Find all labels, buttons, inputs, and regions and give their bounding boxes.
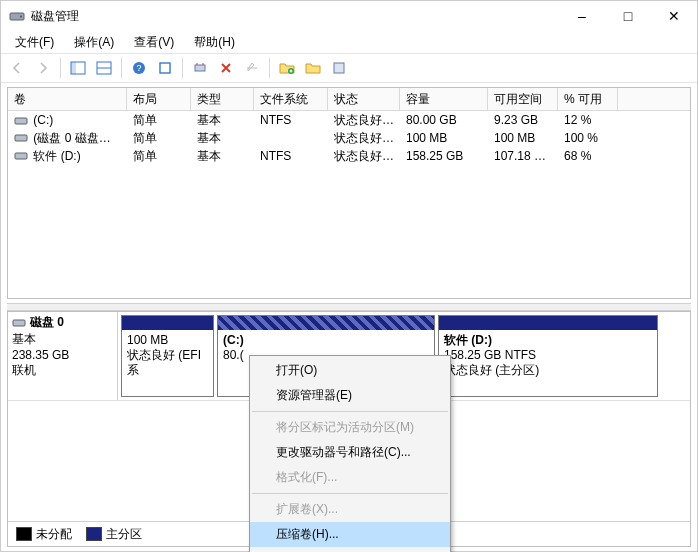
cell: 基本 <box>191 147 254 166</box>
context-menu-item: 添加镜像(A)... <box>250 547 450 552</box>
maximize-button[interactable]: □ <box>605 1 651 31</box>
menu-view[interactable]: 查看(V) <box>126 32 182 53</box>
disk-type: 基本 <box>12 331 113 348</box>
disk-size: 238.35 GB <box>12 348 113 362</box>
minimize-button[interactable]: – <box>559 1 605 31</box>
partition-header-bar <box>122 316 213 330</box>
layout-detail-button[interactable] <box>92 56 116 80</box>
context-menu-item: 扩展卷(X)... <box>250 497 450 522</box>
cell: 100 MB <box>488 130 558 146</box>
col-volume[interactable]: 卷 <box>8 88 127 110</box>
cell: 68 % <box>558 148 618 164</box>
disk-management-window: 磁盘管理 – □ ✕ 文件(F) 操作(A) 查看(V) 帮助(H) ? <box>0 0 698 552</box>
cell: 107.18 … <box>488 148 558 164</box>
settings-button[interactable] <box>327 56 351 80</box>
col-pctfree[interactable]: % 可用 <box>558 88 618 110</box>
disk-name: 磁盘 0 <box>30 314 64 331</box>
svg-text:?: ? <box>136 63 141 73</box>
cell: 简单 <box>127 129 191 148</box>
cell: 状态良好 (… <box>328 111 400 130</box>
context-menu-item: 格式化(F)... <box>250 465 450 490</box>
partition[interactable]: 软件 (D:)158.25 GB NTFS状态良好 (主分区) <box>438 315 658 397</box>
partition-header-bar <box>218 316 434 330</box>
titlebar[interactable]: 磁盘管理 – □ ✕ <box>1 1 697 31</box>
col-type[interactable]: 类型 <box>191 88 254 110</box>
volume-icon <box>14 150 28 162</box>
menu-help[interactable]: 帮助(H) <box>186 32 243 53</box>
cell: 9.23 GB <box>488 112 558 128</box>
cell: 158.25 GB <box>400 148 488 164</box>
menu-separator <box>252 411 448 412</box>
refresh-button[interactable] <box>153 56 177 80</box>
help-button[interactable]: ? <box>127 56 151 80</box>
partition-body: 软件 (D:)158.25 GB NTFS状态良好 (主分区) <box>439 330 657 396</box>
partition-header-bar <box>439 316 657 330</box>
cell: 简单 <box>127 111 191 130</box>
app-icon <box>9 8 25 24</box>
cell: (C:) <box>8 112 127 128</box>
svg-rect-3 <box>71 62 76 74</box>
col-status[interactable]: 状态 <box>328 88 400 110</box>
delete-button[interactable] <box>214 56 238 80</box>
cell <box>254 137 328 139</box>
nav-back-button[interactable] <box>5 56 29 80</box>
nav-forward-button[interactable] <box>31 56 55 80</box>
table-row[interactable]: (磁盘 0 磁盘分区 1)简单基本状态良好 (…100 MB100 MB100 … <box>8 129 690 147</box>
partition-body: 100 MB状态良好 (EFI 系 <box>122 330 213 396</box>
svg-rect-8 <box>160 63 170 73</box>
volume-icon <box>14 115 28 127</box>
legend-unallocated: 未分配 <box>36 526 72 543</box>
legend-swatch-unallocated <box>16 527 32 541</box>
legend-swatch-primary <box>86 527 102 541</box>
context-menu-item[interactable]: 打开(O) <box>250 358 450 383</box>
svg-rect-13 <box>15 135 27 141</box>
toolbar: ? <box>1 53 697 83</box>
cell: 100 % <box>558 130 618 146</box>
col-free[interactable]: 可用空间 <box>488 88 558 110</box>
menu-separator <box>252 493 448 494</box>
cell: 状态良好 (… <box>328 129 400 148</box>
col-capacity[interactable]: 容量 <box>400 88 488 110</box>
close-button[interactable]: ✕ <box>651 1 697 31</box>
cell: 状态良好 (… <box>328 147 400 166</box>
cell: NTFS <box>254 112 328 128</box>
legend-primary: 主分区 <box>106 526 142 543</box>
context-menu: 打开(O)资源管理器(E)将分区标记为活动分区(M)更改驱动器号和路径(C)..… <box>249 355 451 552</box>
menu-action[interactable]: 操作(A) <box>66 32 122 53</box>
context-menu-item[interactable]: 压缩卷(H)... <box>250 522 450 547</box>
new-folder-button[interactable] <box>275 56 299 80</box>
svg-rect-15 <box>13 320 25 326</box>
cell: 软件 (D:) <box>8 147 127 166</box>
context-menu-item: 将分区标记为活动分区(M) <box>250 415 450 440</box>
disk-status: 联机 <box>12 362 113 379</box>
cell: 基本 <box>191 129 254 148</box>
menu-file[interactable]: 文件(F) <box>7 32 62 53</box>
cell: 100 MB <box>400 130 488 146</box>
disk-info[interactable]: 磁盘 0 基本 238.35 GB 联机 <box>8 312 118 400</box>
svg-rect-12 <box>15 118 27 124</box>
pane-splitter[interactable] <box>7 303 691 311</box>
svg-point-1 <box>20 16 22 18</box>
open-folder-button[interactable] <box>301 56 325 80</box>
table-row[interactable]: 软件 (D:)简单基本NTFS状态良好 (…158.25 GB107.18 …6… <box>8 147 690 165</box>
rescan-button[interactable] <box>188 56 212 80</box>
volume-list-header[interactable]: 卷 布局 类型 文件系统 状态 容量 可用空间 % 可用 <box>8 88 690 111</box>
col-layout[interactable]: 布局 <box>127 88 191 110</box>
volume-list[interactable]: 卷 布局 类型 文件系统 状态 容量 可用空间 % 可用 (C:)简单基本NTF… <box>7 87 691 299</box>
partition[interactable]: 100 MB状态良好 (EFI 系 <box>121 315 214 397</box>
col-fs[interactable]: 文件系统 <box>254 88 328 110</box>
context-menu-item[interactable]: 资源管理器(E) <box>250 383 450 408</box>
cell: NTFS <box>254 148 328 164</box>
context-menu-item[interactable]: 更改驱动器号和路径(C)... <box>250 440 450 465</box>
svg-rect-14 <box>15 153 27 159</box>
menubar: 文件(F) 操作(A) 查看(V) 帮助(H) <box>1 31 697 53</box>
volume-icon <box>14 132 28 144</box>
svg-rect-9 <box>195 65 205 71</box>
properties-button[interactable] <box>240 56 264 80</box>
cell: 基本 <box>191 111 254 130</box>
layout-list-button[interactable] <box>66 56 90 80</box>
window-title: 磁盘管理 <box>31 8 79 25</box>
cell: 简单 <box>127 147 191 166</box>
table-row[interactable]: (C:)简单基本NTFS状态良好 (…80.00 GB9.23 GB12 % <box>8 111 690 129</box>
disk-icon <box>12 317 26 329</box>
